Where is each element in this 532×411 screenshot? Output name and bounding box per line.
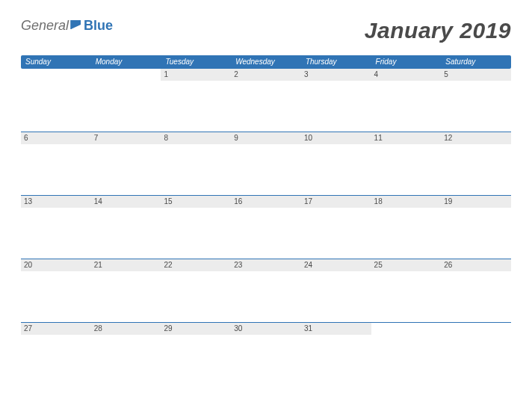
day-number: 7 xyxy=(91,132,161,144)
day-number: 10 xyxy=(301,132,371,144)
day-number: 31 xyxy=(301,323,371,335)
day-cell: 25 xyxy=(371,259,442,322)
day-number: 3 xyxy=(301,69,371,81)
day-cell: 10 xyxy=(301,132,371,195)
day-number: 25 xyxy=(371,259,442,271)
day-number: 19 xyxy=(441,196,511,208)
day-cell: 14 xyxy=(91,196,161,259)
day-cell: 30 xyxy=(231,323,301,386)
day-cell: 4 xyxy=(371,69,442,132)
day-number: 16 xyxy=(231,196,301,208)
day-cell: 26 xyxy=(441,259,511,322)
day-number: 24 xyxy=(301,259,371,271)
week-row: 2728293031 xyxy=(21,323,511,386)
day-cell: 6 xyxy=(21,132,91,195)
day-header-friday: Friday xyxy=(371,55,442,69)
day-cell: 9 xyxy=(231,132,301,195)
day-cell: 18 xyxy=(371,196,442,259)
day-cell: 31 xyxy=(301,323,371,386)
day-cell: 2 xyxy=(231,69,301,132)
day-cell: 20 xyxy=(21,259,91,322)
day-cell: 11 xyxy=(371,132,442,195)
day-cell: 28 xyxy=(91,323,161,386)
day-cell: 24 xyxy=(301,259,371,322)
day-number: 18 xyxy=(371,196,442,208)
day-cell: 16 xyxy=(231,196,301,259)
day-header-row: Sunday Monday Tuesday Wednesday Thursday… xyxy=(21,55,511,69)
day-cell: 29 xyxy=(161,323,231,386)
day-cell: 5 xyxy=(441,69,511,132)
calendar-page: General Blue January 2019 Sunday Monday … xyxy=(0,0,532,404)
calendar-grid: Sunday Monday Tuesday Wednesday Thursday… xyxy=(21,55,511,386)
day-number xyxy=(91,69,161,81)
day-number: 23 xyxy=(231,259,301,271)
logo-text-blue: Blue xyxy=(84,18,113,34)
day-cell: 15 xyxy=(161,196,231,259)
day-number: 9 xyxy=(231,132,301,144)
day-number: 6 xyxy=(21,132,91,144)
day-number xyxy=(21,69,91,81)
day-cell: 3 xyxy=(301,69,371,132)
week-row: 20212223242526 xyxy=(21,259,511,323)
day-number: 21 xyxy=(91,259,161,271)
day-cell: 7 xyxy=(91,132,161,195)
day-cell: 8 xyxy=(161,132,231,195)
day-header-wednesday: Wednesday xyxy=(231,55,301,69)
day-cell: 12 xyxy=(441,132,511,195)
day-cell: 22 xyxy=(161,259,231,322)
week-row: 6789101112 xyxy=(21,132,511,196)
day-number: 11 xyxy=(371,132,442,144)
day-header-monday: Monday xyxy=(91,55,161,69)
day-cell xyxy=(21,69,91,132)
day-number: 13 xyxy=(21,196,91,208)
day-number: 15 xyxy=(161,196,231,208)
day-number: 30 xyxy=(231,323,301,335)
day-header-tuesday: Tuesday xyxy=(161,55,231,69)
day-number: 29 xyxy=(161,323,231,335)
day-cell: 1 xyxy=(161,69,231,132)
day-cell xyxy=(441,323,511,386)
day-number: 2 xyxy=(231,69,301,81)
week-row: 12345 xyxy=(21,69,511,132)
day-number: 5 xyxy=(441,69,511,81)
week-row: 13141516171819 xyxy=(21,196,511,259)
day-number: 27 xyxy=(21,323,91,335)
day-number: 1 xyxy=(161,69,231,81)
day-number xyxy=(371,323,442,335)
day-number: 14 xyxy=(91,196,161,208)
day-cell: 13 xyxy=(21,196,91,259)
day-number: 12 xyxy=(441,132,511,144)
logo: General Blue xyxy=(21,18,113,34)
day-number: 17 xyxy=(301,196,371,208)
flag-icon xyxy=(70,19,82,33)
logo-text-general: General xyxy=(21,18,69,34)
weeks-container: 1234567891011121314151617181920212223242… xyxy=(21,69,511,386)
day-cell: 21 xyxy=(91,259,161,322)
page-title: January 2019 xyxy=(365,18,511,43)
day-number: 28 xyxy=(91,323,161,335)
day-header-thursday: Thursday xyxy=(301,55,371,69)
day-cell xyxy=(91,69,161,132)
day-cell: 19 xyxy=(441,196,511,259)
day-number: 8 xyxy=(161,132,231,144)
day-header-sunday: Sunday xyxy=(21,55,91,69)
header: General Blue January 2019 xyxy=(21,18,511,43)
day-number xyxy=(441,323,511,335)
day-header-saturday: Saturday xyxy=(441,55,511,69)
day-number: 22 xyxy=(161,259,231,271)
day-cell xyxy=(371,323,442,386)
day-cell: 27 xyxy=(21,323,91,386)
day-number: 20 xyxy=(21,259,91,271)
day-cell: 17 xyxy=(301,196,371,259)
day-number: 4 xyxy=(371,69,442,81)
day-cell: 23 xyxy=(231,259,301,322)
day-number: 26 xyxy=(441,259,511,271)
